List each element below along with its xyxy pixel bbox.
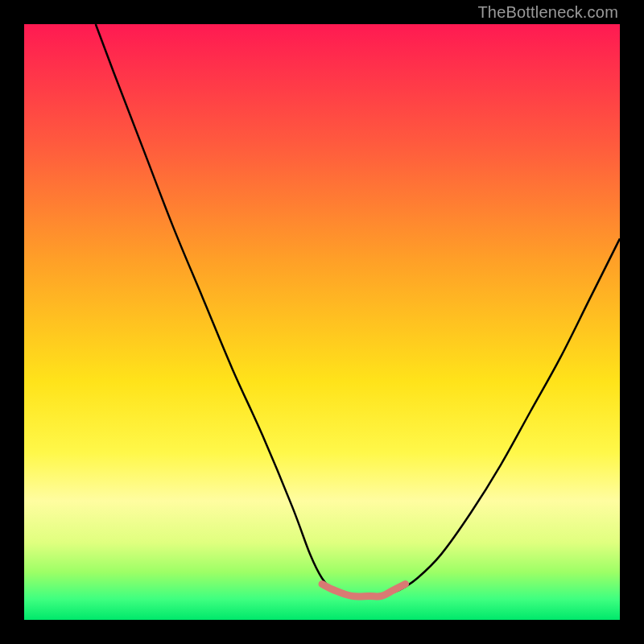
- watermark-text: TheBottleneck.com: [477, 3, 618, 22]
- plot-area: [24, 24, 620, 620]
- gradient-background: [24, 24, 620, 620]
- chart-svg: [24, 24, 620, 620]
- chart-container: TheBottleneck.com: [0, 0, 644, 644]
